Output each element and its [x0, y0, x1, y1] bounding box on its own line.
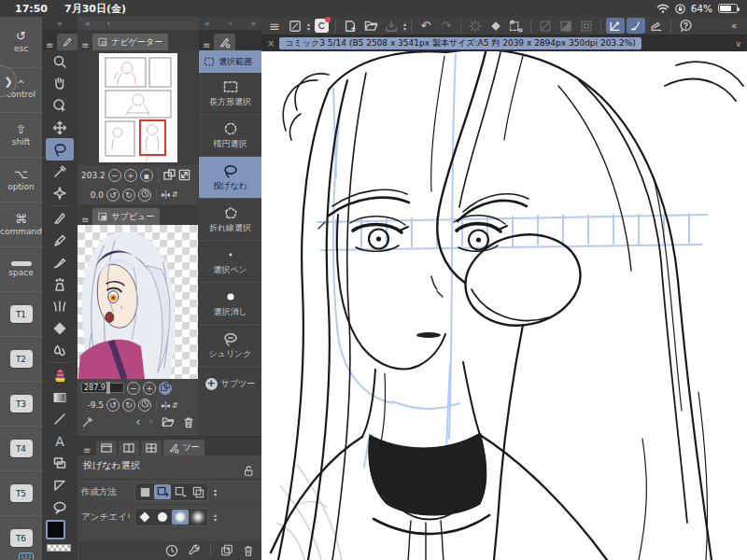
- subview-menu-icon[interactable]: ≡: [78, 215, 92, 225]
- subtract-selection-button[interactable]: [172, 484, 189, 499]
- document-title[interactable]: コミック3 5/14 (B5 2508 x 3541px 製本サイズ:A5 判 …: [279, 37, 641, 49]
- nav-fit-button[interactable]: ■: [140, 169, 153, 182]
- subtool-polyline-select[interactable]: 折れ線選択: [199, 199, 261, 241]
- correct-line-tool[interactable]: [46, 474, 74, 497]
- subtool-selection-pen[interactable]: 選択ペン: [199, 241, 261, 283]
- zoom-tool[interactable]: [46, 50, 74, 73]
- nav-actual-size-icon[interactable]: [163, 169, 176, 181]
- subview-delete-icon[interactable]: [183, 416, 194, 428]
- nav-rotate-left-button[interactable]: ↺: [106, 189, 120, 202]
- tool-tab[interactable]: [57, 34, 78, 50]
- undo-button[interactable]: ↶: [416, 18, 435, 34]
- nav-fullscreen-icon[interactable]: [178, 169, 190, 181]
- key-option[interactable]: ⌥ option: [0, 158, 42, 203]
- move-layer-tool[interactable]: [46, 117, 74, 139]
- tab-navigator[interactable]: ナビゲーター: [92, 34, 168, 50]
- subview-next-image-button[interactable]: ›: [148, 415, 153, 428]
- collapse-subtool-chevron[interactable]: «: [204, 19, 210, 28]
- antialias-strong-button[interactable]: [190, 510, 206, 525]
- intersect-selection-button[interactable]: [190, 484, 206, 499]
- edit-command-icon[interactable]: [286, 18, 304, 34]
- toolprop-menu-icon[interactable]: ≡: [79, 445, 94, 455]
- subview-open-icon[interactable]: [162, 416, 175, 427]
- open-file-button[interactable]: [361, 18, 380, 34]
- tab-tool-property[interactable]: ツー: [163, 440, 204, 455]
- key-t1[interactable]: T1: [0, 292, 42, 337]
- subview-rotate-right-button[interactable]: ↻: [122, 399, 135, 412]
- nav-flip-vertical-button[interactable]: ⇵: [172, 190, 178, 199]
- close-document-button[interactable]: ×: [267, 38, 275, 49]
- subview-zoom-out-button[interactable]: −: [127, 382, 140, 395]
- unlock-icon[interactable]: [243, 465, 254, 477]
- hide-keyboard-icon[interactable]: [19, 549, 34, 560]
- figure-tool[interactable]: [46, 409, 74, 431]
- wrench-settings-icon[interactable]: [188, 544, 201, 557]
- color-swatches[interactable]: [44, 520, 76, 552]
- duplicate-subtool-icon[interactable]: [220, 544, 233, 557]
- subtool-lasso-select[interactable]: 投げなわ: [199, 157, 261, 199]
- navigator-menu-icon[interactable]: ≡: [78, 40, 92, 50]
- transform-button[interactable]: [507, 18, 526, 34]
- add-selection-button[interactable]: [154, 484, 171, 499]
- subview-prev-image-button[interactable]: ‹: [135, 415, 140, 428]
- deselect-button[interactable]: [536, 18, 555, 34]
- blend-tool[interactable]: [46, 340, 74, 362]
- file-stepper[interactable]: ▴▾: [403, 21, 406, 31]
- decoration-tool[interactable]: [46, 296, 74, 318]
- material-decoration-tool[interactable]: [46, 364, 74, 386]
- more-subtool-chevron[interactable]: »: [250, 19, 256, 28]
- nav-reset-rotation-button[interactable]: [138, 189, 151, 202]
- nav-zoom-out-button[interactable]: −: [108, 169, 121, 182]
- text-tool[interactable]: A: [46, 430, 74, 453]
- subview-fit-button[interactable]: [159, 382, 172, 395]
- pencil-tool[interactable]: [46, 230, 74, 252]
- delete-subtool-icon[interactable]: [243, 544, 254, 557]
- subview-reset-rotation-button[interactable]: [138, 399, 151, 412]
- help-button[interactable]: [676, 18, 695, 34]
- nav-zoom-in-button[interactable]: +: [124, 169, 137, 182]
- tabbar-expand-chevron[interactable]: ∨: [735, 39, 741, 49]
- fill-tool-button[interactable]: [486, 18, 505, 34]
- gradient-tool[interactable]: [46, 386, 74, 409]
- navigator-preview[interactable]: [78, 50, 198, 165]
- collapse-commandbar-chevron[interactable]: «: [725, 18, 743, 34]
- add-subtool-button[interactable]: + サブツー: [205, 378, 256, 390]
- subtool-group-tab[interactable]: 選択範囲: [199, 50, 261, 73]
- redo-button[interactable]: ↷: [437, 18, 456, 34]
- command-stepper[interactable]: ▴▾: [307, 21, 310, 31]
- key-t3[interactable]: T3: [0, 382, 42, 427]
- eraser-tool[interactable]: [46, 317, 74, 340]
- prev-nav-chevron[interactable]: ‹: [107, 19, 111, 28]
- snap-to-grid-button[interactable]: [647, 18, 666, 34]
- subview-zoom-slider[interactable]: 287.9: [81, 383, 124, 393]
- main-color-swatch[interactable]: [46, 520, 65, 539]
- airbrush-tool[interactable]: [46, 273, 74, 296]
- antialias-stepper[interactable]: ▴▾: [214, 512, 217, 522]
- reset-default-icon[interactable]: [165, 544, 178, 557]
- new-selection-button[interactable]: [136, 484, 153, 499]
- snap-to-ruler-button[interactable]: [606, 18, 625, 34]
- subview-zoom-in-button[interactable]: +: [143, 382, 156, 395]
- hand-tool[interactable]: [46, 73, 74, 95]
- transparent-color-swatch[interactable]: [47, 544, 71, 552]
- subtool-erase-selection[interactable]: 選択消し: [199, 283, 261, 325]
- brush-tool[interactable]: [46, 251, 74, 273]
- antialias-none-button[interactable]: [136, 510, 153, 525]
- pen-tool[interactable]: [46, 207, 74, 230]
- subview-eyedropper-icon[interactable]: [81, 416, 93, 428]
- auto-select-tool[interactable]: [46, 183, 74, 205]
- antialias-middle-button[interactable]: [172, 510, 189, 525]
- invert-selection-button[interactable]: [557, 18, 575, 34]
- subtool-ellipse-select[interactable]: 楕円選択: [199, 115, 261, 157]
- subtool-rectangle-select[interactable]: 長方形選択: [199, 73, 261, 115]
- toolprop-tab-3[interactable]: [141, 441, 162, 455]
- subtool-menu-icon[interactable]: ≡: [199, 40, 214, 50]
- creation-method-stepper[interactable]: ▴▾: [214, 487, 217, 497]
- snap-to-special-ruler-button[interactable]: [627, 18, 645, 34]
- key-esc[interactable]: ↺ esc: [0, 17, 42, 68]
- key-command[interactable]: ⌘ command: [0, 203, 42, 247]
- subtool-panel-tab[interactable]: [214, 34, 235, 50]
- subtool-shrink-selection[interactable]: シュリンク: [199, 325, 261, 367]
- drawing-canvas[interactable]: [261, 51, 747, 560]
- toolprop-tab-1[interactable]: [96, 441, 117, 455]
